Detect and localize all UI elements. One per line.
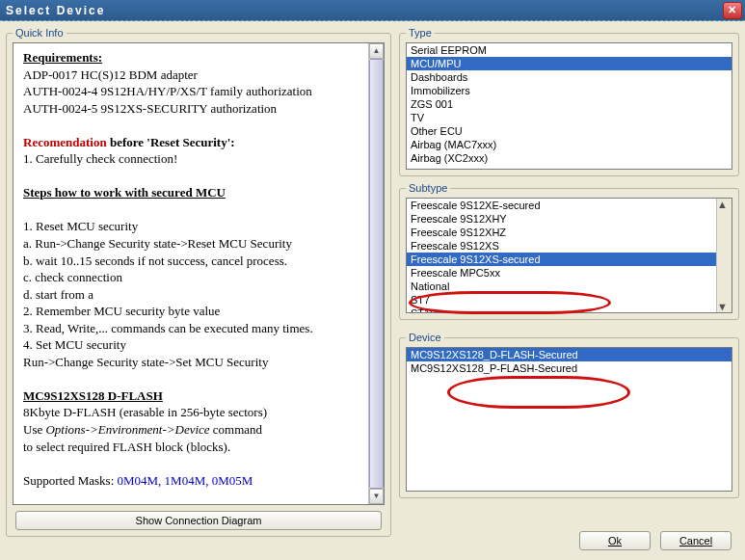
list-item[interactable]: Freescale MPC5xx xyxy=(407,266,732,280)
subtype-group: Subtype Freescale 9S12XE-securedFreescal… xyxy=(399,182,739,320)
cancel-label: Cancel xyxy=(679,535,712,547)
device-info-line: Use Options->Environment->Device command xyxy=(23,421,374,439)
list-item[interactable]: ST10 xyxy=(407,307,732,313)
quick-info-text: Requirements: ADP-0017 HC(S)12 BDM adapt… xyxy=(13,42,385,505)
step-line: d. start from a xyxy=(23,286,374,304)
steps-heading: Steps how to work with secured MCU xyxy=(23,184,374,201)
type-list[interactable]: Serial EEPROMMCU/MPUDashboardsImmobilize… xyxy=(406,42,732,170)
list-item[interactable]: MC9S12XS128_D-FLASH-Secured xyxy=(407,348,732,361)
ok-label: Ok xyxy=(608,535,622,547)
info-scrollbar[interactable] xyxy=(368,43,384,504)
t: command xyxy=(210,422,263,437)
window-title: Select Device xyxy=(6,4,105,17)
req-line: AUTH-0024-4 9S12HA/HY/P/XS/T family auth… xyxy=(23,83,374,100)
step-line: 3. Read, Write,... commands can be execu… xyxy=(23,320,374,337)
step-line: 2. Remember MCU security byte value xyxy=(23,303,374,320)
device-info-line: 8Kbyte D-FLASH (erasable in 256-byte sec… xyxy=(23,404,374,421)
list-item[interactable]: Dashboards xyxy=(407,70,732,84)
device-info-line: to select required FLASH block (blocks). xyxy=(23,439,374,456)
step-text: check connection xyxy=(35,270,122,284)
supported-masks-line: Supported Masks: 0M04M, 1M04M, 0M05M xyxy=(23,472,374,490)
req-line: ADP-0017 HC(S)12 BDM adapter xyxy=(23,67,374,84)
step-prefix: b. xyxy=(23,253,36,268)
step-text: start from a xyxy=(36,287,93,302)
step-text: wait 10..15 seconds if not success, canc… xyxy=(36,253,287,268)
type-group: Type Serial EEPROMMCU/MPUDashboardsImmob… xyxy=(399,27,739,176)
device-group: Device MC9S12XS128_D-FLASH-SecuredMC9S12… xyxy=(399,332,739,498)
quick-info-legend: Quick Info xyxy=(13,27,67,39)
masks-value: 0M04M, 1M04M, 0M05M xyxy=(118,473,253,488)
recommendation-label: Recomendation xyxy=(23,135,107,149)
device-heading: MC9S12XS128 D-FLASH xyxy=(23,387,374,405)
step-line: Run->Change Security state->Set MCU Secu… xyxy=(23,354,374,371)
t: Use xyxy=(23,422,45,437)
scroll-up-icon[interactable] xyxy=(717,199,732,210)
type-legend: Type xyxy=(406,27,435,39)
recommendation-rest: before 'Reset Security': xyxy=(107,135,235,149)
req-line: AUTH-0024-5 9S12XS-SECURITY authorizatio… xyxy=(23,100,374,118)
list-item[interactable]: ST7 xyxy=(407,293,732,307)
subtype-scrollbar[interactable] xyxy=(716,199,732,312)
titlebar: Select Device ✕ xyxy=(0,0,745,21)
list-item[interactable]: Freescale 9S12XHZ xyxy=(407,226,732,239)
scroll-down-icon[interactable] xyxy=(369,489,384,504)
list-item[interactable]: Freescale 9S12XE-secured xyxy=(407,199,732,212)
list-item[interactable]: National xyxy=(407,280,732,293)
step-prefix: c. xyxy=(23,270,35,284)
scroll-up-icon[interactable] xyxy=(369,43,384,59)
list-item[interactable]: Other ECU xyxy=(407,124,732,138)
step-line: 1. Reset MCU security xyxy=(23,218,374,235)
masks-label: Supported Masks: xyxy=(23,473,118,488)
device-list[interactable]: MC9S12XS128_D-FLASH-SecuredMC9S12XS128_P… xyxy=(406,347,732,492)
list-item[interactable]: Airbag (XC2xxx) xyxy=(407,151,732,165)
list-item[interactable]: ZGS 001 xyxy=(407,97,732,111)
ok-button[interactable]: Ok xyxy=(579,531,651,550)
list-item[interactable]: MCU/MPU xyxy=(407,57,732,70)
list-item[interactable]: Freescale 9S12XS-secured xyxy=(407,253,732,266)
list-item[interactable]: Airbag (MAC7xxx) xyxy=(407,138,732,151)
subtype-legend: Subtype xyxy=(406,182,450,194)
step-prefix: d. xyxy=(23,287,36,302)
close-button[interactable]: ✕ xyxy=(723,2,742,19)
step-line: 4. Set MCU security xyxy=(23,336,374,354)
list-item[interactable]: Freescale 9S12XHY xyxy=(407,212,732,226)
list-item[interactable]: MC9S12XS128_P-FLASH-Secured xyxy=(407,361,732,375)
list-item[interactable]: Immobilizers xyxy=(407,84,732,97)
step-line: a. Run->Change Security state->Reset MCU… xyxy=(23,235,374,253)
step-line: b. wait 10..15 seconds if not success, c… xyxy=(23,253,374,270)
requirements-heading: Requirements: xyxy=(23,49,374,67)
show-connection-diagram-button[interactable]: Show Connection Diagram xyxy=(15,511,382,530)
scroll-thumb[interactable] xyxy=(369,59,384,489)
dialog-body: Quick Info Requirements: ADP-0017 HC(S)1… xyxy=(0,21,745,560)
list-item[interactable]: TV xyxy=(407,111,732,124)
subtype-list[interactable]: Freescale 9S12XE-securedFreescale 9S12XH… xyxy=(406,198,732,313)
quick-info-group: Quick Info Requirements: ADP-0017 HC(S)1… xyxy=(6,27,391,537)
step-line: c. check connection xyxy=(23,269,374,286)
scroll-down-icon[interactable] xyxy=(717,301,732,312)
device-info-path: Options->Environment->Device xyxy=(45,422,209,437)
device-legend: Device xyxy=(406,332,444,343)
recommendation-item: 1. Carefully check connection! xyxy=(23,150,374,168)
recommendation-line: Recomendation before 'Reset Security': xyxy=(23,134,374,151)
list-item[interactable]: Freescale 9S12XS xyxy=(407,239,732,253)
cancel-button[interactable]: Cancel xyxy=(660,531,732,550)
list-item[interactable]: Serial EEPROM xyxy=(407,43,732,57)
